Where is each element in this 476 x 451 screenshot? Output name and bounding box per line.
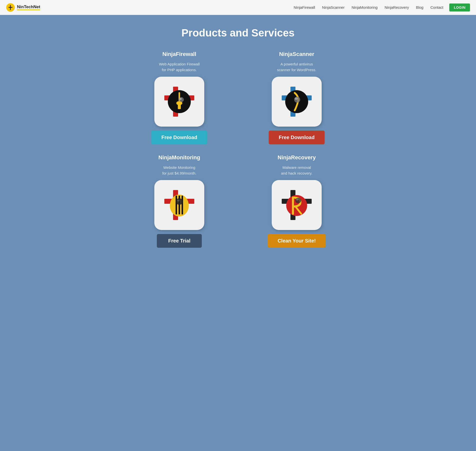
product-card-recovery: NinjaRecovery Malware removaland hack re… (248, 154, 345, 248)
svg-rect-10 (178, 104, 181, 109)
brand-name: NinTechNet (17, 4, 40, 10)
product-image-firewall (154, 77, 204, 127)
monitoring-trial-button[interactable]: Free Trial (157, 234, 202, 248)
firewall-download-button[interactable]: Free Download (151, 131, 207, 144)
products-grid: NinjaFirewall Web Application Firewallfo… (131, 51, 345, 248)
svg-point-26 (177, 200, 180, 202)
product-desc-recovery: Malware removaland hack recovery. (281, 165, 312, 176)
product-desc-monitoring: Website Monitoringfor just $4.99/month. (162, 165, 197, 176)
product-image-scanner (272, 77, 322, 127)
product-image-recovery (272, 180, 322, 230)
product-desc-firewall: Web Application Firewallfor PHP applicat… (159, 61, 200, 73)
page-title: Products and Services (6, 27, 470, 39)
navbar-links: NinjaFirewall NinjaScanner NinjaMonitori… (294, 5, 443, 9)
product-card-monitoring: NinjaMonitoring Website Monitoringfor ju… (131, 154, 228, 248)
navbar: NinTechNet NinjaFirewall NinjaScanner Ni… (0, 0, 476, 15)
firewall-icon (159, 82, 199, 122)
product-desc-scanner: A powerful antivirusscanner for WordPres… (277, 61, 316, 73)
svg-point-12 (179, 98, 182, 100)
login-button[interactable]: LOGIN (449, 3, 470, 11)
nav-link-recovery[interactable]: NinjaRecovery (385, 5, 409, 9)
scanner-download-button[interactable]: Free Download (269, 131, 324, 144)
brand: NinTechNet (6, 3, 40, 12)
svg-point-25 (176, 198, 183, 205)
nav-link-firewall[interactable]: NinjaFirewall (294, 5, 315, 9)
svg-point-32 (295, 198, 301, 203)
scanner-icon (277, 82, 317, 122)
nav-link-scanner[interactable]: NinjaScanner (322, 5, 345, 9)
svg-point-18 (294, 97, 300, 103)
product-name-recovery: NinjaRecovery (278, 154, 316, 161)
monitoring-icon (159, 185, 199, 225)
svg-point-19 (295, 97, 298, 100)
svg-point-33 (296, 199, 298, 201)
brand-logo-icon (6, 3, 15, 12)
product-card-scanner: NinjaScanner A powerful antivirusscanner… (248, 51, 345, 144)
product-card-firewall: NinjaFirewall Web Application Firewallfo… (131, 51, 228, 144)
nav-link-monitoring[interactable]: NinjaMonitoring (352, 5, 378, 9)
product-name-monitoring: NinjaMonitoring (158, 154, 200, 161)
product-name-scanner: NinjaScanner (279, 51, 314, 57)
recovery-icon (277, 185, 317, 225)
svg-rect-2 (8, 7, 12, 8)
nav-link-blog[interactable]: Blog (416, 5, 423, 9)
product-name-firewall: NinjaFirewall (162, 51, 196, 57)
nav-link-contact[interactable]: Contact (430, 5, 443, 9)
product-image-monitoring (154, 180, 204, 230)
main-content: Products and Services NinjaFirewall Web … (0, 15, 476, 451)
recovery-clean-button[interactable]: Clean Your Site! (268, 234, 326, 248)
